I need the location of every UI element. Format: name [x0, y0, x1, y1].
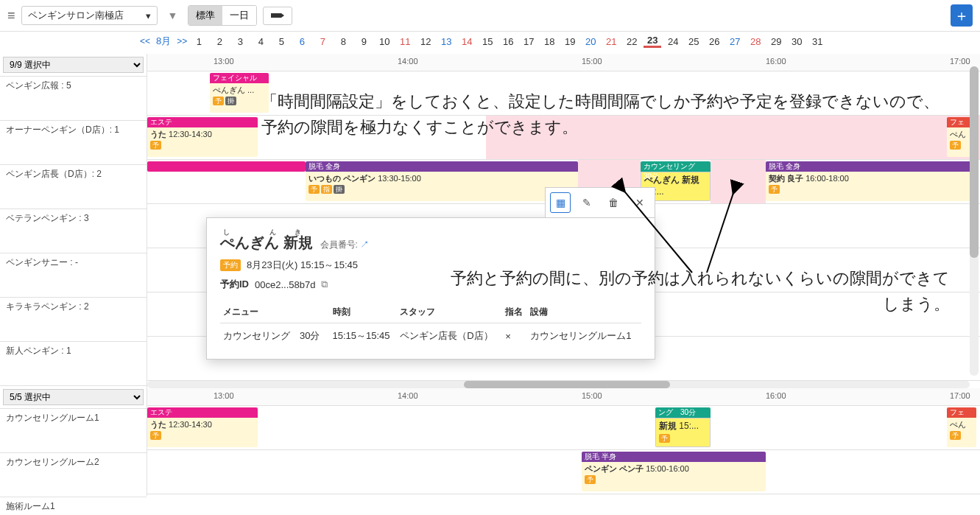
- day-24[interactable]: 24: [664, 36, 682, 47]
- time-ruler: 13:00 14:00 15:00 16:00 17:00: [147, 388, 980, 406]
- gap-highlight: [711, 160, 766, 203]
- view-day-button[interactable]: 一日: [222, 6, 256, 25]
- highlight-tool-button[interactable]: [263, 7, 292, 25]
- staff-row[interactable]: 新人ペンギン : 1: [0, 342, 147, 386]
- day-22[interactable]: 22: [623, 36, 641, 47]
- day-23[interactable]: 23: [644, 35, 661, 48]
- v-scrollbar[interactable]: [970, 66, 979, 376]
- store-name: ペンギンサロン南極店: [28, 9, 124, 22]
- copy-icon[interactable]: ⧉: [321, 278, 328, 290]
- day-5[interactable]: 5: [272, 36, 290, 47]
- event[interactable]: 脱毛 全身 契約 良子 16:00-18:00 予: [766, 161, 972, 201]
- reservation-datetime: 予約 8月23日(火) 15:15～15:45: [220, 259, 641, 272]
- event[interactable]: ング 30分 新規 15:...予: [655, 407, 711, 447]
- day-21[interactable]: 21: [602, 36, 620, 47]
- staff-row[interactable]: キラキラペンギン : 2: [0, 298, 147, 342]
- timeline-row[interactable]: エステ うた 12:30-14:30 予 フェ ぺん予: [147, 116, 980, 160]
- event-bar[interactable]: [147, 161, 306, 172]
- filter-icon[interactable]: ▼: [163, 10, 183, 21]
- room-filter-select[interactable]: 5/5 選択中: [3, 389, 144, 405]
- store-selector[interactable]: ペンギンサロン南極店 ▾: [21, 6, 158, 25]
- staff-row[interactable]: ペンギンサニー : -: [0, 253, 147, 298]
- toolbar: ≡ ペンギンサロン南極店 ▾ ▼ 標準 一日 ＋: [0, 0, 980, 32]
- day-30[interactable]: 30: [788, 36, 805, 47]
- day-14[interactable]: 14: [458, 36, 476, 47]
- day-18[interactable]: 18: [540, 36, 558, 47]
- next-month[interactable]: >>: [177, 36, 187, 46]
- event[interactable]: フェイシャル ぺんぎん ... 予掛: [210, 73, 269, 113]
- day-20[interactable]: 20: [582, 36, 599, 47]
- grid-view-icon[interactable]: ▦: [550, 192, 571, 213]
- room-row[interactable]: カウンセリングルーム1: [0, 409, 147, 453]
- timeline-row[interactable]: エステ うた 12:30-14:30予 ング 30分 新規 15:...予 フェ…: [147, 406, 980, 450]
- table-row: カウンセリング 30分 15:15～15:45 ペンギン店長（D店） × カウン…: [220, 323, 641, 349]
- room-row[interactable]: カウンセリングルーム2: [0, 453, 147, 497]
- reservation-details-table: メニュー 時刻 スタッフ 指名 設備 カウンセリング 30分 15:15～15:…: [220, 301, 641, 348]
- menu-icon[interactable]: ≡: [7, 8, 15, 24]
- day-31[interactable]: 31: [808, 36, 826, 47]
- view-mode-group: 標準 一日: [188, 5, 257, 26]
- customer-name: ぺんぎんし ん 新規き 会員番号: ↗: [220, 228, 641, 253]
- day-27[interactable]: 27: [726, 36, 744, 47]
- marker-icon: [271, 10, 284, 19]
- day-26[interactable]: 26: [705, 36, 723, 47]
- sidebar: 9/9 選択中 ペンギン広報 : 5オーナーペンギン（D店）: 1ペンギン店長（…: [0, 54, 147, 496]
- day-9[interactable]: 9: [355, 36, 373, 47]
- day-4[interactable]: 4: [252, 36, 269, 47]
- timeline-row[interactable]: 脱毛 全身 いつもの ペンギン 13:30-15:00 脱毛 全身 契約 良子 …: [147, 494, 980, 496]
- timeline-row[interactable]: フェイシャル ぺんぎん ... 予掛: [147, 71, 980, 116]
- day-25[interactable]: 25: [685, 36, 702, 47]
- day-1[interactable]: 1: [190, 36, 208, 47]
- day-8[interactable]: 8: [334, 36, 352, 47]
- staff-row[interactable]: ベテランペンギン : 3: [0, 209, 147, 253]
- event[interactable]: 脱毛 半身 ペンギン ペン子 15:00-16:00予: [582, 452, 766, 491]
- staff-row[interactable]: ペンギン店長（D店）: 2: [0, 165, 147, 209]
- timeline-row[interactable]: 脱毛 半身 ペンギン ペン子 15:00-16:00予: [147, 450, 980, 494]
- day-13[interactable]: 13: [437, 36, 455, 47]
- reservation-id: 予約ID 00ce2...58b7d ⧉: [220, 278, 641, 291]
- day-19[interactable]: 19: [561, 36, 579, 47]
- chevron-down-icon: ▾: [146, 10, 151, 21]
- event[interactable]: 脱毛 全身 いつもの ペンギン 13:30-15:00 予指掛: [306, 161, 578, 201]
- close-icon[interactable]: ✕: [630, 192, 650, 213]
- reservation-popup: ▦ ✎ 🗑 ✕ ぺんぎんし ん 新規き 会員番号: ↗ 予約 8月23日(火) …: [206, 217, 655, 360]
- h-scrollbar-thumb[interactable]: [464, 381, 670, 388]
- date-nav: << 8月 >> 1234567891011121314151617181920…: [0, 32, 980, 54]
- month-label[interactable]: 8月: [156, 35, 171, 48]
- svg-rect-0: [271, 13, 281, 18]
- v-scrollbar-thumb[interactable]: [970, 66, 979, 258]
- room-row[interactable]: 施術ルーム1: [0, 497, 147, 515]
- day-15[interactable]: 15: [479, 36, 496, 47]
- delete-icon[interactable]: 🗑: [603, 192, 624, 213]
- day-10[interactable]: 10: [376, 36, 393, 47]
- unavailable-block: [486, 116, 980, 159]
- day-3[interactable]: 3: [231, 36, 249, 47]
- day-2[interactable]: 2: [211, 36, 228, 47]
- day-6[interactable]: 6: [293, 36, 311, 47]
- popup-toolbar: ▦ ✎ 🗑 ✕: [545, 187, 655, 217]
- external-link-icon[interactable]: ↗: [360, 239, 369, 250]
- time-ruler: 13:00 14:00 15:00 16:00 17:00: [147, 54, 980, 71]
- day-12[interactable]: 12: [417, 36, 434, 47]
- view-standard-button[interactable]: 標準: [188, 6, 222, 25]
- day-29[interactable]: 29: [767, 36, 785, 47]
- day-28[interactable]: 28: [747, 36, 764, 47]
- add-button[interactable]: ＋: [951, 4, 973, 27]
- prev-month[interactable]: <<: [140, 36, 150, 46]
- event[interactable]: エステ うた 12:30-14:30 予: [147, 117, 258, 157]
- day-17[interactable]: 17: [520, 36, 537, 47]
- staff-row[interactable]: オーナーペンギン（D店）: 1: [0, 121, 147, 165]
- event[interactable]: エステ うた 12:30-14:30予: [147, 407, 258, 447]
- staff-row[interactable]: ペンギン広報 : 5: [0, 77, 147, 121]
- staff-filter-select[interactable]: 9/9 選択中: [3, 57, 144, 73]
- h-scrollbar[interactable]: [147, 381, 970, 388]
- edit-icon[interactable]: ✎: [577, 192, 597, 213]
- day-7[interactable]: 7: [314, 36, 331, 47]
- event[interactable]: フェ ぺん予: [947, 407, 976, 447]
- day-16[interactable]: 16: [499, 36, 517, 47]
- day-11[interactable]: 11: [396, 36, 414, 47]
